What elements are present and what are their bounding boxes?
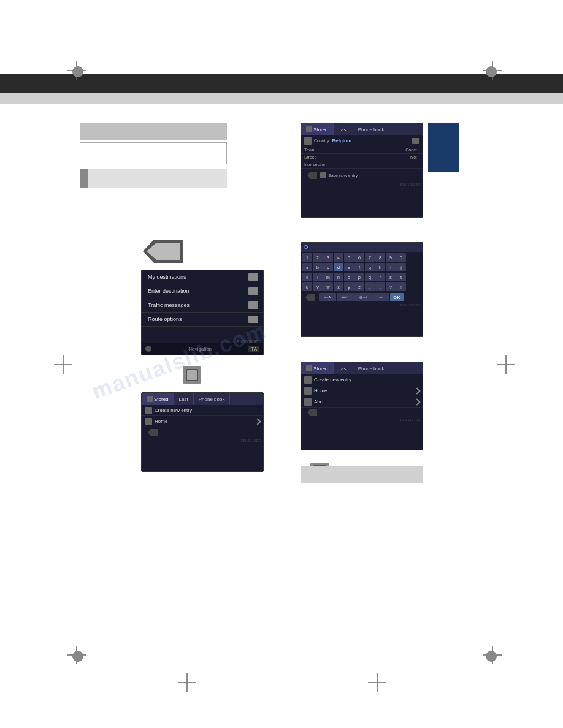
keyboard-screenshot: D 1 2 3 4 5 6 7 8 9 0 a b c d e f g h i … bbox=[301, 242, 423, 337]
kbd-key-x[interactable]: x bbox=[334, 282, 343, 291]
kbd-key-0[interactable]: 0 bbox=[396, 253, 406, 262]
back-arrow-area bbox=[141, 239, 184, 264]
kbd-key-t[interactable]: t bbox=[396, 273, 406, 281]
kbd-key-m[interactable]: m bbox=[323, 273, 333, 281]
tab-phonebook-r[interactable]: Phone book bbox=[353, 362, 390, 374]
nav-footer-icon bbox=[145, 346, 151, 352]
kbd-key-1[interactable]: 1 bbox=[302, 253, 312, 262]
kbd-key-b[interactable]: b bbox=[313, 263, 323, 271]
kbd-key-backspace[interactable]: ← bbox=[372, 293, 389, 301]
circle-marker-br bbox=[486, 651, 497, 662]
save-now-entry-row[interactable]: Save now entry bbox=[301, 169, 423, 182]
kbd-key-c[interactable]: c bbox=[323, 263, 333, 271]
country-icon bbox=[304, 137, 312, 145]
tab-phonebook-belgium[interactable]: Phone book bbox=[353, 123, 390, 135]
keyboard-display: D bbox=[301, 243, 423, 252]
create-new-entry-row-r[interactable]: Create new entry bbox=[301, 374, 423, 385]
crosshair-bc-left bbox=[178, 673, 196, 694]
nav-footer: Navigation TA bbox=[142, 343, 263, 355]
kbd-key-aA[interactable]: a+A bbox=[319, 293, 336, 301]
abc-entry-row-r[interactable]: Abc bbox=[301, 396, 423, 408]
kbd-key-u[interactable]: u bbox=[302, 282, 312, 291]
home-entry-row-r[interactable]: Home bbox=[301, 385, 423, 396]
gray-bar-right bbox=[301, 466, 423, 483]
nav-code: EN00005EC bbox=[237, 339, 261, 344]
kbd-key-4[interactable]: 4 bbox=[334, 253, 343, 262]
kbd-key-h[interactable]: h bbox=[375, 263, 385, 271]
abc-entry-arrow-r bbox=[413, 398, 420, 405]
kbd-row-u: u v w x y z , . ? ! bbox=[301, 282, 423, 292]
gray-box bbox=[80, 123, 227, 140]
kbd-key-r[interactable]: r bbox=[375, 273, 385, 281]
tab-stored-bl[interactable]: Stored bbox=[142, 393, 174, 405]
kbd-key-w[interactable]: w bbox=[323, 282, 333, 291]
kbd-key-n[interactable]: n bbox=[334, 273, 343, 281]
kbd-key-d[interactable]: d bbox=[334, 263, 343, 271]
nav-item-route-options: Route options bbox=[142, 313, 263, 327]
kbd-key-5[interactable]: 5 bbox=[344, 253, 354, 262]
kbd-key-comma[interactable]: , bbox=[365, 282, 375, 291]
circle-marker-bl bbox=[72, 651, 83, 662]
tab-stored-icon-r bbox=[306, 365, 312, 371]
r1-code: EN01692EC bbox=[301, 182, 423, 187]
stored-entries-code: EN11124EC bbox=[301, 417, 423, 422]
right-screenshot-belgium: Stored Last Phone book Country: Belgium … bbox=[301, 123, 423, 218]
kbd-key-a[interactable]: a bbox=[302, 263, 312, 271]
tab-last-belgium[interactable]: Last bbox=[334, 123, 353, 135]
nav-item-icon-1 bbox=[248, 287, 258, 295]
stored-tabs-r: Stored Last Phone book bbox=[301, 362, 423, 374]
kbd-key-g[interactable]: g bbox=[365, 263, 375, 271]
stored-icon-left bbox=[186, 369, 198, 381]
kbd-key-exclaim[interactable]: ! bbox=[396, 282, 406, 291]
kbd-key-y[interactable]: y bbox=[344, 282, 354, 291]
kbd-key-j[interactable]: j bbox=[396, 263, 406, 271]
dark-block bbox=[428, 123, 459, 172]
kbd-key-6[interactable]: 6 bbox=[354, 253, 364, 262]
back-row-r bbox=[301, 408, 423, 417]
kbd-bottom-row: a+A éöü @+# ← OK bbox=[301, 292, 423, 303]
kbd-key-q[interactable]: q bbox=[365, 273, 375, 281]
kbd-key-7[interactable]: 7 bbox=[365, 253, 375, 262]
tab-stored-belgium[interactable]: Stored bbox=[301, 123, 334, 135]
kbd-key-umlaut[interactable]: éöü bbox=[337, 293, 354, 301]
home-entry-arrow-bl bbox=[254, 418, 261, 425]
home-entry-row-bl[interactable]: Home bbox=[142, 416, 263, 427]
kbd-key-symbols[interactable]: @+# bbox=[354, 293, 372, 301]
kbd-key-e[interactable]: e bbox=[344, 263, 354, 271]
kbd-key-z[interactable]: z bbox=[354, 282, 364, 291]
kbd-key-ok[interactable]: OK bbox=[390, 293, 404, 301]
kbd-key-o[interactable]: o bbox=[344, 273, 354, 281]
kbd-key-f[interactable]: f bbox=[354, 263, 364, 271]
tab-last-bl[interactable]: Last bbox=[174, 393, 194, 405]
tab-phonebook-bl[interactable]: Phone book bbox=[194, 393, 231, 405]
back-row-bl bbox=[142, 427, 263, 438]
kbd-key-l[interactable]: l bbox=[313, 273, 323, 281]
tab-stored-r[interactable]: Stored bbox=[301, 362, 334, 374]
back-btn-bl[interactable] bbox=[148, 429, 158, 436]
kbd-key-period[interactable]: . bbox=[375, 282, 385, 291]
kbd-key-9[interactable]: 9 bbox=[386, 253, 396, 262]
kbd-key-3[interactable]: 3 bbox=[323, 253, 333, 262]
kbd-back-btn[interactable] bbox=[305, 294, 315, 301]
abc-icon-r bbox=[304, 398, 312, 406]
kbd-key-i[interactable]: i bbox=[386, 263, 396, 271]
tab-last-r[interactable]: Last bbox=[334, 362, 353, 374]
kbd-key-p[interactable]: p bbox=[354, 273, 364, 281]
kbd-key-8[interactable]: 8 bbox=[375, 253, 385, 262]
tab-stored-icon-belgium bbox=[306, 126, 312, 132]
kbd-key-v[interactable]: v bbox=[313, 282, 323, 291]
create-new-entry-row-bl[interactable]: Create new entry bbox=[142, 405, 263, 416]
kbd-key-question[interactable]: ? bbox=[386, 282, 396, 291]
nav-menu-screenshot: My destinations Enter destination Traffi… bbox=[141, 270, 264, 355]
small-icon-btn-left[interactable] bbox=[183, 366, 201, 384]
kbd-key-k[interactable]: k bbox=[302, 273, 312, 281]
kbd-row-numbers: 1 2 3 4 5 6 7 8 9 0 bbox=[301, 252, 423, 262]
kbd-key-s[interactable]: s bbox=[386, 273, 396, 281]
home-entry-icon-bl bbox=[145, 418, 152, 425]
kbd-key-2[interactable]: 2 bbox=[313, 253, 323, 262]
tab-stored-icon-bl bbox=[147, 396, 153, 402]
intersection-row: Intersection: bbox=[301, 161, 423, 169]
stored-tabs-bl: Stored Last Phone book bbox=[142, 393, 263, 405]
nav-item-icon-3 bbox=[248, 316, 258, 323]
back-btn-r[interactable] bbox=[307, 409, 317, 416]
